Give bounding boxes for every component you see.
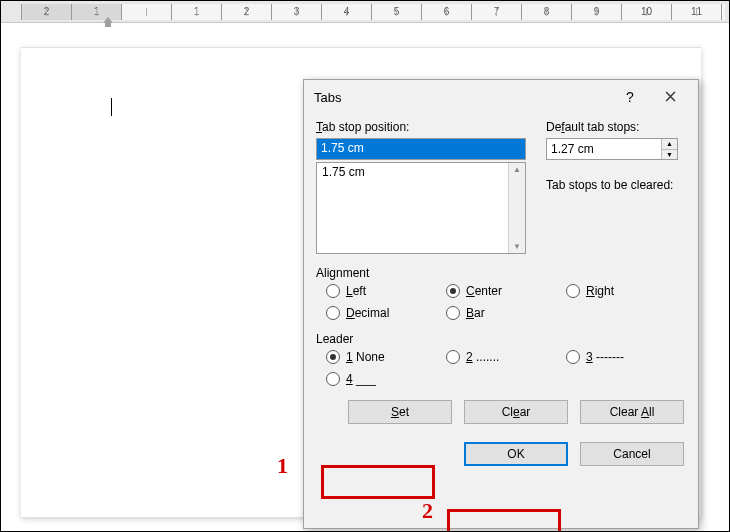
tab-stop-position-label: TTab stop position:ab stop position: bbox=[316, 120, 536, 134]
tab-stop-listbox[interactable]: 1.75 cm ▲ ▼ bbox=[316, 162, 526, 254]
set-button[interactable]: Set bbox=[348, 400, 452, 424]
alignment-center-radio[interactable]: Center bbox=[446, 284, 566, 298]
spin-up-icon[interactable]: ▲ bbox=[662, 139, 677, 150]
alignment-label: Alignment bbox=[316, 266, 686, 280]
leader-4-radio[interactable]: 4 ___ bbox=[326, 372, 446, 386]
indent-marker-icon[interactable] bbox=[103, 17, 113, 27]
dialog-titlebar: Tabs ? bbox=[304, 80, 698, 114]
clear-button[interactable]: Clear bbox=[464, 400, 568, 424]
spin-down-icon[interactable]: ▼ bbox=[662, 150, 677, 160]
list-item[interactable]: 1.75 cm bbox=[318, 164, 524, 180]
scroll-up-icon[interactable]: ▲ bbox=[513, 165, 521, 174]
scrollbar[interactable]: ▲ ▼ bbox=[508, 163, 525, 253]
alignment-left-radio[interactable]: Left bbox=[326, 284, 446, 298]
close-icon[interactable] bbox=[650, 82, 690, 112]
text-cursor bbox=[111, 98, 112, 116]
help-icon[interactable]: ? bbox=[610, 82, 650, 112]
ruler-tick: 12 bbox=[721, 4, 725, 20]
alignment-bar-radio[interactable]: Bar bbox=[446, 306, 566, 320]
cancel-button[interactable]: Cancel bbox=[580, 442, 684, 466]
tab-stops-cleared-label: Tab stops to be cleared: bbox=[546, 178, 686, 192]
default-tab-stops-input[interactable]: 1.27 cm ▲ ▼ bbox=[546, 138, 678, 160]
horizontal-ruler[interactable]: 21123456789101112 bbox=[21, 4, 725, 20]
tab-stop-position-input[interactable]: 1.75 cm bbox=[316, 138, 526, 160]
callout-2: 2 bbox=[422, 498, 433, 524]
alignment-right-radio[interactable]: Right bbox=[566, 284, 676, 298]
leader-label: Leader bbox=[316, 332, 686, 346]
leader-2-radio[interactable]: 2 ....... bbox=[446, 350, 566, 364]
scroll-down-icon[interactable]: ▼ bbox=[513, 242, 521, 251]
tabs-dialog: Tabs ? TTab stop position:ab stop positi… bbox=[303, 79, 699, 529]
default-tab-stops-label: Default tab stops: bbox=[546, 120, 686, 134]
leader-1-none-radio[interactable]: 1 None bbox=[326, 350, 446, 364]
ok-button[interactable]: OK bbox=[464, 442, 568, 466]
dialog-title: Tabs bbox=[314, 90, 610, 105]
callout-1: 1 bbox=[277, 453, 288, 479]
alignment-decimal-radio[interactable]: Decimal bbox=[326, 306, 446, 320]
clear-all-button[interactable]: Clear All bbox=[580, 400, 684, 424]
leader-3-radio[interactable]: 3 ------- bbox=[566, 350, 676, 364]
ruler-area: 21123456789101112 bbox=[1, 1, 729, 23]
